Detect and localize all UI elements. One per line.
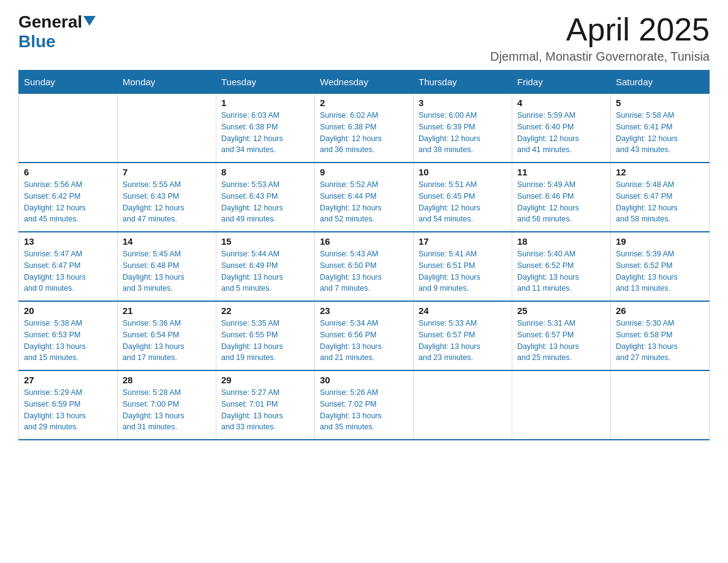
- day-number: 12: [616, 167, 704, 177]
- logo: General Blue: [18, 12, 96, 52]
- calendar-title: April 2025: [490, 12, 710, 47]
- day-info: Sunrise: 5:28 AM Sunset: 7:00 PM Dayligh…: [123, 387, 211, 433]
- calendar-cell: [414, 370, 512, 440]
- weekday-header-friday: Friday: [512, 71, 611, 94]
- calendar-week-row: 6Sunrise: 5:56 AM Sunset: 6:42 PM Daylig…: [19, 163, 710, 232]
- weekday-header-wednesday: Wednesday: [315, 71, 414, 94]
- logo-triangle-icon: [83, 16, 96, 26]
- day-number: 13: [24, 236, 112, 247]
- day-number: 1: [221, 98, 309, 108]
- day-info: Sunrise: 5:40 AM Sunset: 6:52 PM Dayligh…: [517, 248, 605, 294]
- calendar-cell: 10Sunrise: 5:51 AM Sunset: 6:45 PM Dayli…: [414, 163, 512, 232]
- calendar-cell: 27Sunrise: 5:29 AM Sunset: 6:59 PM Dayli…: [19, 370, 118, 440]
- day-number: 7: [123, 167, 211, 177]
- day-number: 17: [419, 236, 507, 247]
- logo-general-text: General: [18, 12, 82, 32]
- day-info: Sunrise: 5:55 AM Sunset: 6:43 PM Dayligh…: [123, 179, 211, 225]
- day-info: Sunrise: 5:41 AM Sunset: 6:51 PM Dayligh…: [419, 248, 507, 294]
- day-info: Sunrise: 5:58 AM Sunset: 6:41 PM Dayligh…: [616, 110, 704, 156]
- calendar-week-row: 13Sunrise: 5:47 AM Sunset: 6:47 PM Dayli…: [19, 232, 710, 301]
- logo-blue-text: Blue: [18, 32, 56, 52]
- calendar-cell: 30Sunrise: 5:26 AM Sunset: 7:02 PM Dayli…: [315, 370, 414, 440]
- calendar-cell: 24Sunrise: 5:33 AM Sunset: 6:57 PM Dayli…: [414, 301, 512, 370]
- day-number: 2: [320, 98, 408, 108]
- day-info: Sunrise: 5:43 AM Sunset: 6:50 PM Dayligh…: [320, 248, 408, 294]
- calendar-cell: 9Sunrise: 5:52 AM Sunset: 6:44 PM Daylig…: [315, 163, 414, 232]
- day-info: Sunrise: 5:48 AM Sunset: 6:47 PM Dayligh…: [616, 179, 704, 225]
- weekday-header-thursday: Thursday: [414, 71, 512, 94]
- day-number: 27: [24, 375, 112, 385]
- calendar-cell: 14Sunrise: 5:45 AM Sunset: 6:48 PM Dayli…: [118, 232, 216, 301]
- calendar-header-row: SundayMondayTuesdayWednesdayThursdayFrid…: [19, 71, 710, 94]
- day-number: 19: [616, 236, 704, 247]
- day-info: Sunrise: 6:00 AM Sunset: 6:39 PM Dayligh…: [419, 110, 507, 156]
- day-info: Sunrise: 5:30 AM Sunset: 6:58 PM Dayligh…: [616, 318, 704, 364]
- calendar-cell: 25Sunrise: 5:31 AM Sunset: 6:57 PM Dayli…: [512, 301, 611, 370]
- calendar-cell: 2Sunrise: 6:02 AM Sunset: 6:38 PM Daylig…: [315, 94, 414, 163]
- day-number: 18: [517, 236, 605, 247]
- calendar-cell: 19Sunrise: 5:39 AM Sunset: 6:52 PM Dayli…: [611, 232, 710, 301]
- calendar-cell: 6Sunrise: 5:56 AM Sunset: 6:42 PM Daylig…: [19, 163, 118, 232]
- day-info: Sunrise: 5:49 AM Sunset: 6:46 PM Dayligh…: [517, 179, 605, 225]
- day-number: 4: [517, 98, 605, 108]
- calendar-cell: 17Sunrise: 5:41 AM Sunset: 6:51 PM Dayli…: [414, 232, 512, 301]
- calendar-cell: 26Sunrise: 5:30 AM Sunset: 6:58 PM Dayli…: [611, 301, 710, 370]
- day-number: 10: [419, 167, 507, 177]
- day-number: 6: [24, 167, 112, 177]
- calendar-cell: 16Sunrise: 5:43 AM Sunset: 6:50 PM Dayli…: [315, 232, 414, 301]
- calendar-cell: 4Sunrise: 5:59 AM Sunset: 6:40 PM Daylig…: [512, 94, 611, 163]
- calendar-cell: 29Sunrise: 5:27 AM Sunset: 7:01 PM Dayli…: [216, 370, 315, 440]
- day-number: 5: [616, 98, 704, 108]
- day-info: Sunrise: 6:02 AM Sunset: 6:38 PM Dayligh…: [320, 110, 408, 156]
- calendar-cell: 21Sunrise: 5:36 AM Sunset: 6:54 PM Dayli…: [118, 301, 216, 370]
- day-info: Sunrise: 5:52 AM Sunset: 6:44 PM Dayligh…: [320, 179, 408, 225]
- day-number: 9: [320, 167, 408, 177]
- calendar-cell: [118, 94, 216, 163]
- page-header: General Blue April 2025 Djemmal, Monasti…: [18, 12, 710, 64]
- calendar-cell: 8Sunrise: 5:53 AM Sunset: 6:43 PM Daylig…: [216, 163, 315, 232]
- day-number: 20: [24, 305, 112, 316]
- weekday-header-tuesday: Tuesday: [216, 71, 315, 94]
- day-number: 11: [517, 167, 605, 177]
- calendar-cell: 22Sunrise: 5:35 AM Sunset: 6:55 PM Dayli…: [216, 301, 315, 370]
- calendar-cell: 15Sunrise: 5:44 AM Sunset: 6:49 PM Dayli…: [216, 232, 315, 301]
- day-number: 28: [123, 375, 211, 385]
- day-info: Sunrise: 5:29 AM Sunset: 6:59 PM Dayligh…: [24, 387, 112, 433]
- day-number: 23: [320, 305, 408, 316]
- day-info: Sunrise: 5:56 AM Sunset: 6:42 PM Dayligh…: [24, 179, 112, 225]
- calendar-cell: [512, 370, 611, 440]
- day-number: 30: [320, 375, 408, 385]
- calendar-table: SundayMondayTuesdayWednesdayThursdayFrid…: [18, 70, 710, 440]
- calendar-week-row: 20Sunrise: 5:38 AM Sunset: 6:53 PM Dayli…: [19, 301, 710, 370]
- day-number: 29: [221, 375, 309, 385]
- calendar-cell: 3Sunrise: 6:00 AM Sunset: 6:39 PM Daylig…: [414, 94, 512, 163]
- day-number: 15: [221, 236, 309, 247]
- day-info: Sunrise: 5:47 AM Sunset: 6:47 PM Dayligh…: [24, 248, 112, 294]
- day-info: Sunrise: 5:31 AM Sunset: 6:57 PM Dayligh…: [517, 318, 605, 364]
- calendar-cell: [19, 94, 118, 163]
- day-info: Sunrise: 5:44 AM Sunset: 6:49 PM Dayligh…: [221, 248, 309, 294]
- calendar-cell: 7Sunrise: 5:55 AM Sunset: 6:43 PM Daylig…: [118, 163, 216, 232]
- calendar-cell: 28Sunrise: 5:28 AM Sunset: 7:00 PM Dayli…: [118, 370, 216, 440]
- day-info: Sunrise: 5:45 AM Sunset: 6:48 PM Dayligh…: [123, 248, 211, 294]
- calendar-cell: 20Sunrise: 5:38 AM Sunset: 6:53 PM Dayli…: [19, 301, 118, 370]
- day-number: 25: [517, 305, 605, 316]
- day-info: Sunrise: 5:53 AM Sunset: 6:43 PM Dayligh…: [221, 179, 309, 225]
- day-info: Sunrise: 5:36 AM Sunset: 6:54 PM Dayligh…: [123, 318, 211, 364]
- day-number: 24: [419, 305, 507, 316]
- day-info: Sunrise: 6:03 AM Sunset: 6:38 PM Dayligh…: [221, 110, 309, 156]
- day-number: 8: [221, 167, 309, 177]
- day-number: 3: [419, 98, 507, 108]
- calendar-cell: 11Sunrise: 5:49 AM Sunset: 6:46 PM Dayli…: [512, 163, 611, 232]
- day-number: 26: [616, 305, 704, 316]
- day-info: Sunrise: 5:27 AM Sunset: 7:01 PM Dayligh…: [221, 387, 309, 433]
- title-block: April 2025 Djemmal, Monastir Governorate…: [490, 12, 710, 64]
- day-number: 14: [123, 236, 211, 247]
- calendar-cell: 12Sunrise: 5:48 AM Sunset: 6:47 PM Dayli…: [611, 163, 710, 232]
- day-number: 21: [123, 305, 211, 316]
- day-info: Sunrise: 5:59 AM Sunset: 6:40 PM Dayligh…: [517, 110, 605, 156]
- calendar-cell: 18Sunrise: 5:40 AM Sunset: 6:52 PM Dayli…: [512, 232, 611, 301]
- day-info: Sunrise: 5:33 AM Sunset: 6:57 PM Dayligh…: [419, 318, 507, 364]
- day-info: Sunrise: 5:39 AM Sunset: 6:52 PM Dayligh…: [616, 248, 704, 294]
- day-number: 22: [221, 305, 309, 316]
